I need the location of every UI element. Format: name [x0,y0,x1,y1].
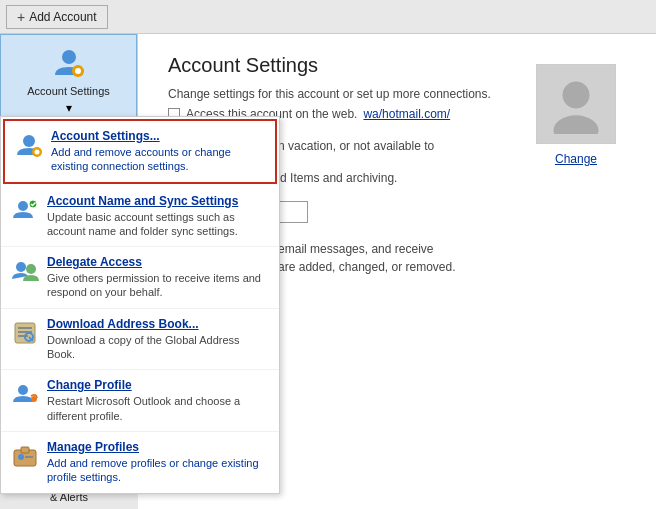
menu-icon-change-profile [11,380,39,408]
svg-point-19 [18,385,28,395]
menu-item-manage-profiles-text: Manage Profiles Add and remove profiles … [47,440,269,485]
menu-item-change-profile[interactable]: Change Profile Restart Microsoft Outlook… [1,370,279,432]
menu-item-account-settings-desc: Add and remove accounts or change existi… [51,145,265,174]
menu-icon-manage-profiles [11,442,39,470]
svg-point-23 [18,454,24,460]
svg-point-9 [35,150,40,155]
svg-point-26 [554,115,599,134]
svg-rect-3 [77,65,79,68]
access-link1[interactable]: wa/hotmail.com/ [363,107,450,121]
menu-item-manage-profiles-title: Manage Profiles [47,440,269,454]
svg-point-2 [75,68,81,74]
menu-item-change-profile-title: Change Profile [47,378,269,392]
svg-point-0 [62,50,76,64]
menu-item-download-address-title: Download Address Book... [47,317,269,331]
menu-item-delegate-desc: Give others permission to receive items … [47,271,269,300]
menu-item-delegate-text: Delegate Access Give others permission t… [47,255,269,300]
add-account-label: Add Account [29,10,96,24]
menu-item-account-settings-title: Account Settings... [51,129,265,143]
toolbar: + Add Account [0,0,656,34]
menu-item-manage-profiles[interactable]: Manage Profiles Add and remove profiles … [1,432,279,493]
menu-icon-download-address [11,319,39,347]
svg-point-13 [26,264,36,274]
svg-point-25 [563,82,590,109]
menu-item-name-sync-title: Account Name and Sync Settings [47,194,269,208]
svg-point-7 [23,135,35,147]
menu-item-download-address-desc: Download a copy of the Global Address Bo… [47,333,269,362]
menu-icon-name-sync [11,196,39,224]
menu-item-manage-profiles-desc: Add and remove profiles or change existi… [47,456,269,485]
account-settings-sidebar-button[interactable]: Account Settings ▾ [0,34,137,126]
avatar-section: Change [536,64,616,166]
plus-icon: + [17,9,25,25]
menu-icon-delegate [11,257,39,285]
add-account-button[interactable]: + Add Account [6,5,108,29]
svg-rect-22 [21,447,29,453]
svg-point-12 [16,262,26,272]
menu-item-download-address-text: Download Address Book... Download a copy… [47,317,269,362]
svg-point-20 [31,396,37,402]
dropdown-arrow: ▾ [66,101,72,115]
menu-item-name-sync[interactable]: Account Name and Sync Settings Update ba… [1,186,279,248]
svg-rect-5 [72,70,75,72]
account-settings-icon [51,45,87,81]
menu-item-change-profile-desc: Restart Microsoft Outlook and choose a d… [47,394,269,423]
menu-item-delegate-title: Delegate Access [47,255,269,269]
svg-rect-6 [81,70,84,72]
menu-icon-account-settings [15,131,43,159]
menu-item-delegate[interactable]: Delegate Access Give others permission t… [1,247,279,309]
avatar-box [536,64,616,144]
menu-item-name-sync-text: Account Name and Sync Settings Update ba… [47,194,269,239]
svg-rect-15 [18,327,32,329]
menu-item-name-sync-desc: Update basic account settings such as ac… [47,210,269,239]
svg-rect-4 [77,74,79,77]
menu-item-download-address[interactable]: Download Address Book... Download a copy… [1,309,279,371]
main-container: Account Settings ▾ Account Settings... A… [0,34,656,509]
avatar-change-link[interactable]: Change [555,152,597,166]
menu-item-change-profile-text: Change Profile Restart Microsoft Outlook… [47,378,269,423]
svg-point-10 [18,201,28,211]
svg-rect-24 [25,456,33,458]
sidebar: Account Settings ▾ Account Settings... A… [0,34,138,509]
account-settings-btn-label: Account Settings [27,85,110,97]
menu-item-account-settings-text: Account Settings... Add and remove accou… [51,129,265,174]
menu-item-account-settings[interactable]: Account Settings... Add and remove accou… [3,119,277,184]
dropdown-menu: Account Settings... Add and remove accou… [0,116,280,494]
